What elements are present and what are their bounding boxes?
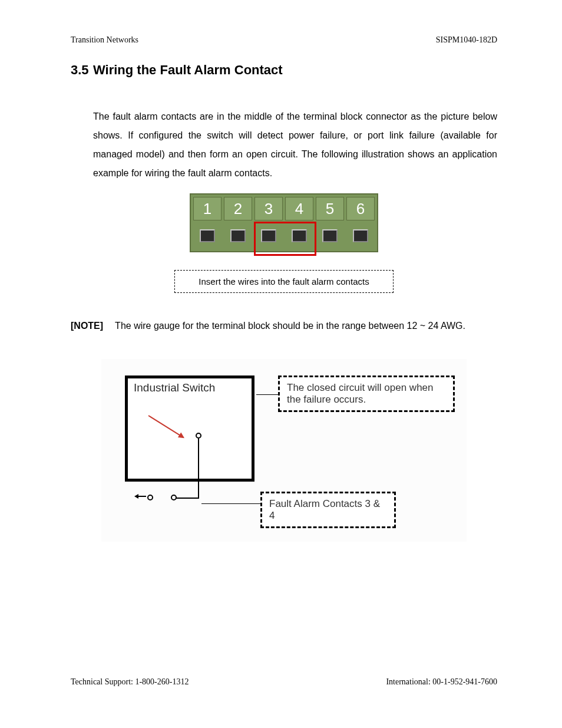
footer-right: International: 00-1-952-941-7600 xyxy=(386,677,497,687)
terminal-label: 2 xyxy=(224,197,252,220)
wiring-diagram: Industrial Switch The closed circuit wil… xyxy=(101,359,467,542)
leader-line xyxy=(201,503,260,504)
terminal-port xyxy=(224,225,252,246)
terminal-block-figure: 1 2 3 4 5 6 xyxy=(71,193,497,252)
circuit-node xyxy=(171,495,177,500)
leader-line xyxy=(256,394,278,395)
terminal-port xyxy=(316,225,344,246)
closed-circuit-note: The closed circuit will open when the fa… xyxy=(278,375,455,412)
terminal-label: 4 xyxy=(285,197,313,220)
note-block: [NOTE] The wire gauge for the terminal b… xyxy=(71,317,497,335)
arrow-icon xyxy=(135,496,146,497)
page-header: Transition Networks SISPM1040-182D xyxy=(71,35,497,45)
insert-wires-callout: Insert the wires into the fault alarm co… xyxy=(174,270,393,293)
highlight-contacts-3-4 xyxy=(254,222,316,256)
wire xyxy=(173,498,199,499)
note-label: [NOTE] xyxy=(71,317,103,335)
section-heading: 3.5Wiring the Fault Alarm Contact xyxy=(71,62,497,78)
fault-alarm-contacts-note: Fault Alarm Contacts 3 & 4 xyxy=(260,492,396,528)
circuit-node xyxy=(147,495,153,500)
section-number: 3.5 xyxy=(71,62,93,78)
body-paragraph: The fault alarm contacts are in the midd… xyxy=(93,107,497,183)
header-left: Transition Networks xyxy=(71,35,138,45)
terminal-label: 6 xyxy=(346,197,375,220)
terminal-ports-row xyxy=(191,223,377,251)
circuit-node xyxy=(196,433,201,439)
footer-left: Technical Support: 1-800-260-1312 xyxy=(71,677,189,687)
document-page: Transition Networks SISPM1040-182D 3.5Wi… xyxy=(0,0,562,728)
terminal-port xyxy=(346,225,375,246)
terminal-port xyxy=(193,225,222,246)
page-footer: Technical Support: 1-800-260-1312 Intern… xyxy=(71,677,497,687)
wire xyxy=(198,439,199,499)
terminal-label: 3 xyxy=(254,197,283,220)
section-title: Wiring the Fault Alarm Contact xyxy=(93,62,283,77)
terminal-label: 1 xyxy=(193,197,222,220)
note-text: The wire gauge for the terminal block sh… xyxy=(115,317,465,335)
terminal-label: 5 xyxy=(316,197,344,220)
industrial-switch-label: Industrial Switch xyxy=(134,381,215,394)
terminal-labels-row: 1 2 3 4 5 6 xyxy=(191,195,377,223)
header-right: SISPM1040-182D xyxy=(436,35,497,45)
